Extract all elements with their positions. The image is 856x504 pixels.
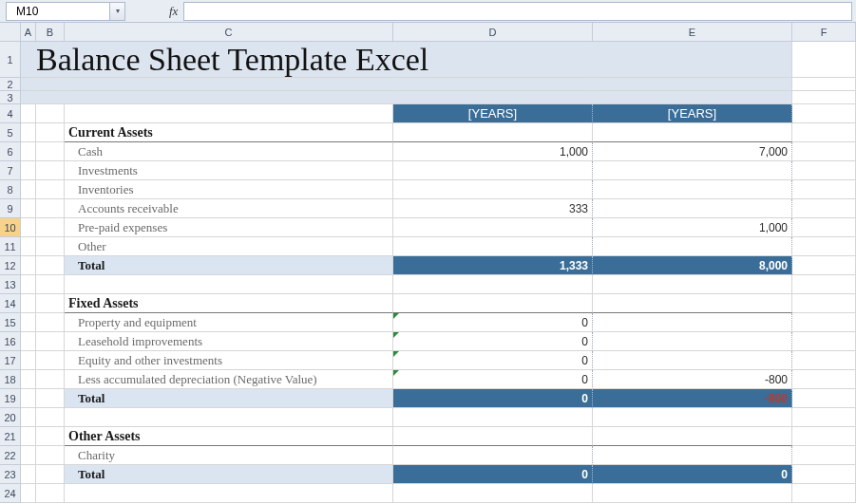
row-header-23[interactable]: 23 <box>0 465 21 484</box>
col-header-d[interactable]: D <box>393 23 593 42</box>
other-total-e[interactable]: 0 <box>593 465 792 484</box>
row-header-2[interactable]: 2 <box>0 78 21 91</box>
current-total-label[interactable]: Total <box>65 256 393 275</box>
row-header-16[interactable]: 16 <box>0 332 21 351</box>
fx-button[interactable]: fx <box>163 4 183 19</box>
section-other-assets[interactable]: Other Assets <box>65 427 393 446</box>
fixed-total-label[interactable]: Total <box>65 389 393 408</box>
section-current-assets[interactable]: Current Assets <box>65 123 393 142</box>
item-equity[interactable]: Equity and other investments <box>65 351 393 370</box>
item-property[interactable]: Property and equipment <box>65 313 393 332</box>
name-box[interactable]: M10 <box>6 2 110 21</box>
other-total-d[interactable]: 0 <box>393 465 593 484</box>
row-header-5[interactable]: 5 <box>0 123 21 142</box>
col-header-e[interactable]: E <box>593 23 792 42</box>
item-leasehold[interactable]: Leasehold improvements <box>65 332 393 351</box>
select-all-corner[interactable] <box>0 23 21 42</box>
row-header-21[interactable]: 21 <box>0 427 21 446</box>
col-header-f[interactable]: F <box>792 23 856 42</box>
fixed-total-e[interactable]: -800 <box>593 389 792 408</box>
fixed-total-d[interactable]: 0 <box>393 389 593 408</box>
year-header-e[interactable]: [YEARS] <box>593 104 792 123</box>
row-header-22[interactable]: 22 <box>0 446 21 465</box>
name-box-value: M10 <box>16 5 38 18</box>
formula-bar: M10 ▾ fx <box>0 0 856 23</box>
item-ar[interactable]: Accounts receivable <box>65 199 393 218</box>
item-depreciation[interactable]: Less accumulated depreciation (Negative … <box>65 370 393 389</box>
year-header-d[interactable]: [YEARS] <box>393 104 593 123</box>
row-header-9[interactable]: 9 <box>0 199 21 218</box>
property-d[interactable]: 0 <box>393 313 593 332</box>
row-header-13[interactable]: 13 <box>0 275 21 294</box>
row-header-3[interactable]: 3 <box>0 91 21 104</box>
section-fixed-assets[interactable]: Fixed Assets <box>65 294 393 313</box>
equity-d[interactable]: 0 <box>393 351 593 370</box>
row-header-14[interactable]: 14 <box>0 294 21 313</box>
row-header-7[interactable]: 7 <box>0 161 21 180</box>
row-header-17[interactable]: 17 <box>0 351 21 370</box>
row-header-18[interactable]: 18 <box>0 370 21 389</box>
item-prepaid[interactable]: Pre-paid expenses <box>65 218 393 237</box>
prepaid-e[interactable]: 1,000 <box>593 218 792 237</box>
title: Balance Sheet Template Excel <box>36 42 428 78</box>
col-header-b[interactable]: B <box>36 23 65 42</box>
formula-input[interactable] <box>183 2 852 21</box>
other-total-label[interactable]: Total <box>65 465 393 484</box>
row-header-20[interactable]: 20 <box>0 408 21 427</box>
row-header-19[interactable]: 19 <box>0 389 21 408</box>
row-header-12[interactable]: 12 <box>0 256 21 275</box>
cash-d[interactable]: 1,000 <box>393 142 593 161</box>
item-other[interactable]: Other <box>65 237 393 256</box>
spreadsheet-grid[interactable]: A B C D E F 1 Balance Sheet Template Exc… <box>0 23 856 503</box>
row-header-24[interactable]: 24 <box>0 484 21 503</box>
row-header-1[interactable]: 1 <box>0 42 21 78</box>
current-total-d[interactable]: 1,333 <box>393 256 593 275</box>
col-header-a[interactable]: A <box>21 23 36 42</box>
deprec-e[interactable]: -800 <box>593 370 792 389</box>
deprec-d[interactable]: 0 <box>393 370 593 389</box>
ar-d[interactable]: 333 <box>393 199 593 218</box>
item-cash[interactable]: Cash <box>65 142 393 161</box>
row-header-6[interactable]: 6 <box>0 142 21 161</box>
leasehold-d[interactable]: 0 <box>393 332 593 351</box>
item-charity[interactable]: Charity <box>65 446 393 465</box>
item-inventories[interactable]: Inventories <box>65 180 393 199</box>
row-header-8[interactable]: 8 <box>0 180 21 199</box>
row-header-15[interactable]: 15 <box>0 313 21 332</box>
current-total-e[interactable]: 8,000 <box>593 256 792 275</box>
row-header-4[interactable]: 4 <box>0 104 21 123</box>
col-header-c[interactable]: C <box>65 23 393 42</box>
row-header-10[interactable]: 10 <box>0 218 21 237</box>
row-header-11[interactable]: 11 <box>0 237 21 256</box>
name-box-dropdown[interactable]: ▾ <box>110 2 125 21</box>
item-investments[interactable]: Investments <box>65 161 393 180</box>
cash-e[interactable]: 7,000 <box>593 142 792 161</box>
